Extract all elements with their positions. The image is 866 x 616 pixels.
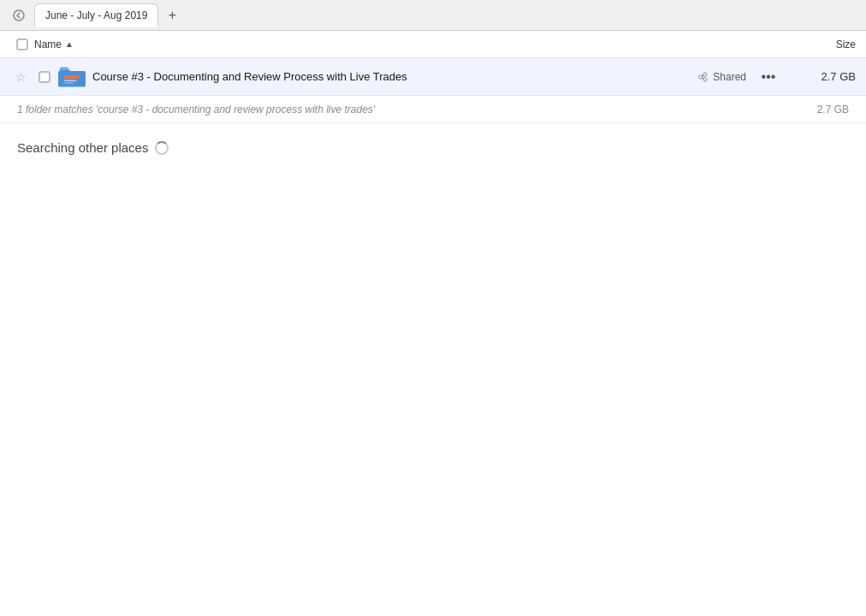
match-info-row: 1 folder matches 'course #3 - documentin…	[0, 96, 866, 123]
folder-icon	[58, 63, 86, 91]
searching-section: Searching other places	[0, 123, 866, 172]
svg-rect-3	[64, 75, 80, 79]
size-column-header[interactable]: Size	[787, 38, 856, 50]
back-button[interactable]	[7, 3, 31, 27]
size-label: Size	[836, 38, 856, 50]
svg-rect-4	[64, 80, 76, 80]
more-icon: •••	[762, 69, 776, 85]
name-label: Name	[34, 38, 62, 50]
searching-text: Searching other places	[17, 140, 148, 155]
column-header-row: Name ▲ Size	[0, 31, 866, 58]
star-button[interactable]: ☆	[10, 67, 31, 87]
loading-spinner	[155, 141, 169, 155]
header-checkbox[interactable]	[10, 38, 34, 50]
more-options-button[interactable]: •••	[756, 65, 780, 89]
match-text: 1 folder matches 'course #3 - documentin…	[17, 104, 780, 116]
name-column-header[interactable]: Name ▲	[34, 38, 787, 50]
row-checkbox[interactable]	[34, 71, 55, 83]
svg-point-0	[14, 10, 24, 21]
sort-arrow-icon: ▲	[65, 39, 74, 49]
svg-rect-1	[17, 39, 27, 50]
shared-badge: Shared	[697, 71, 746, 83]
active-tab[interactable]: June - July - Aug 2019	[34, 3, 158, 27]
shared-label: Shared	[713, 71, 746, 83]
file-size: 2.7 GB	[787, 70, 856, 83]
star-icon: ☆	[15, 70, 27, 84]
folder-row[interactable]: ☆ Course #3 - Documenting and Review Pro…	[0, 58, 866, 96]
add-tab-icon: +	[169, 8, 176, 23]
svg-rect-5	[64, 82, 74, 83]
svg-rect-2	[39, 72, 50, 82]
add-tab-button[interactable]: +	[162, 5, 182, 26]
tab-label: June - July - Aug 2019	[45, 9, 147, 21]
tab-bar: June - July - Aug 2019 +	[0, 0, 866, 31]
match-size: 2.7 GB	[780, 104, 849, 116]
folder-name[interactable]: Course #3 - Documenting and Review Proce…	[92, 70, 697, 83]
